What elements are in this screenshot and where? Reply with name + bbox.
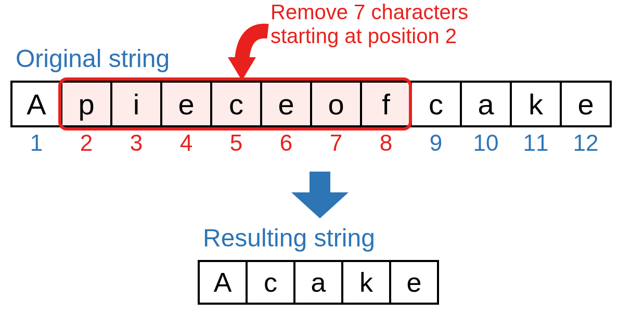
- index-cell: 9: [410, 130, 462, 156]
- index-cell: 7: [310, 130, 362, 156]
- result-char-cell: e: [389, 260, 439, 305]
- char-cell: o: [310, 81, 362, 127]
- result-char-cell: a: [293, 260, 343, 305]
- annotation-text: Remove 7 characters starting at position…: [271, 0, 468, 48]
- result-char-cell: c: [246, 260, 295, 305]
- char-cell: A: [10, 81, 62, 127]
- svg-marker-0: [228, 57, 256, 81]
- index-row: 123456789101112: [10, 130, 612, 156]
- index-cell: 4: [160, 130, 212, 156]
- annotation-line1: Remove 7 characters: [271, 0, 468, 24]
- index-cell: 6: [260, 130, 312, 156]
- char-cell: e: [560, 81, 612, 127]
- char-cell: k: [510, 81, 562, 127]
- index-cell: 5: [210, 130, 262, 156]
- resulting-string-row: Acake: [198, 260, 439, 305]
- char-cell: c: [410, 81, 462, 127]
- svg-marker-1: [291, 172, 349, 218]
- result-char-cell: k: [341, 260, 391, 305]
- char-cell: e: [260, 81, 312, 127]
- index-cell: 1: [10, 130, 62, 156]
- index-cell: 3: [110, 130, 162, 156]
- index-cell: 12: [560, 130, 612, 156]
- char-cell: f: [360, 81, 412, 127]
- annotation-line2: starting at position 2: [271, 24, 468, 48]
- index-cell: 2: [60, 130, 112, 156]
- char-cell: a: [460, 81, 512, 127]
- char-cell: p: [60, 81, 112, 127]
- resulting-string-label: Resulting string: [203, 224, 375, 252]
- char-cell: i: [110, 81, 162, 127]
- index-cell: 8: [360, 130, 412, 156]
- char-cell: c: [210, 81, 262, 127]
- original-string-row: Apieceofcake: [10, 81, 612, 127]
- original-string-label: Original string: [16, 44, 170, 73]
- result-char-cell: A: [198, 260, 248, 305]
- index-cell: 11: [510, 130, 562, 156]
- down-arrow-icon: [291, 172, 349, 218]
- char-cell: e: [160, 81, 212, 127]
- index-cell: 10: [460, 130, 512, 156]
